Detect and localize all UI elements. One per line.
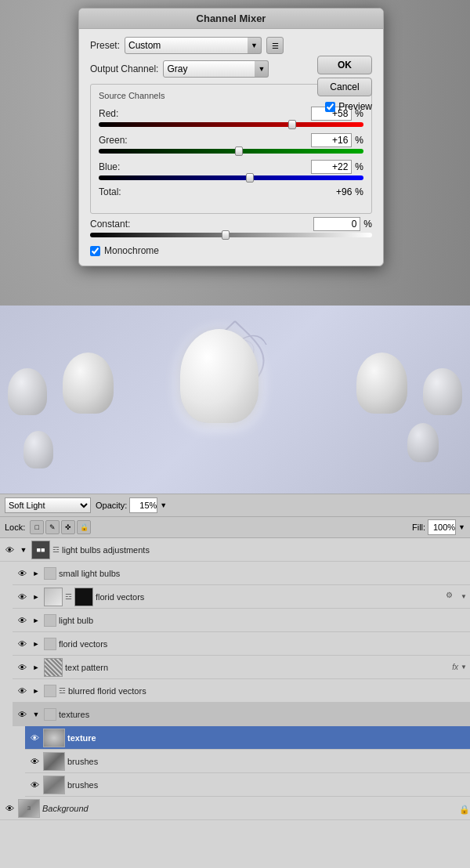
preset-select[interactable]: Custom xyxy=(125,37,250,54)
layer-thumb-3b xyxy=(74,588,93,606)
eye-icon-6[interactable]: 👁 xyxy=(16,661,28,674)
layer-row-brushes-2[interactable]: 👁 brushes xyxy=(25,773,470,797)
layer-name-3: florid vectors xyxy=(96,592,443,602)
bulb-bottom-right xyxy=(407,423,439,462)
expand-icon-7[interactable]: ► xyxy=(31,685,42,696)
monochrome-label: Monochrome xyxy=(104,245,159,256)
layer-name-5: florid vectors xyxy=(59,639,467,649)
layer-row-light-bulbs-adjustments[interactable]: 👁 ▼ ■■ ☲ light bulbs adjustments xyxy=(0,538,470,562)
fx-badge-6: fx xyxy=(452,663,458,671)
constant-slider-track[interactable] xyxy=(90,233,372,237)
eye-icon-1[interactable]: 👁 xyxy=(3,544,16,556)
output-channel-select[interactable]: Gray xyxy=(163,60,257,78)
green-slider-thumb[interactable] xyxy=(235,146,243,156)
blue-slider-track[interactable] xyxy=(99,175,363,180)
chain-icon-7: ☲ xyxy=(59,686,66,695)
opacity-input[interactable] xyxy=(129,497,157,513)
layer-thumb-3a xyxy=(44,588,63,606)
preview-label: Preview xyxy=(338,101,372,112)
layer-row-textures[interactable]: 👁 ▼ textures xyxy=(13,703,470,726)
eye-icon-12[interactable]: 👁 xyxy=(3,802,16,815)
lock-position-button[interactable]: ✜ xyxy=(61,520,75,534)
constant-slider-thumb[interactable] xyxy=(222,230,230,240)
constant-pct: % xyxy=(363,219,372,230)
preview-checkbox[interactable] xyxy=(325,102,335,112)
blue-label: Blue: xyxy=(99,161,120,172)
layer-arrow-6[interactable]: ▼ xyxy=(461,664,467,671)
layer-row-florid-vectors-2[interactable]: 👁 ► florid vectors xyxy=(13,632,470,656)
lock-pixels-button[interactable]: ✎ xyxy=(45,520,60,534)
layer-name-4: light bulb xyxy=(59,616,467,625)
output-channel-arrow-icon[interactable]: ▼ xyxy=(255,60,269,78)
red-slider-track[interactable] xyxy=(99,122,363,127)
monochrome-checkbox[interactable] xyxy=(90,246,100,256)
layer-name-2: small light bulbs xyxy=(59,569,467,578)
blue-value-box[interactable]: +22 xyxy=(311,160,352,174)
layers-panel: Soft Light Opacity: ▼ Lock: □ ✎ ✜ 🔒 Fill… xyxy=(0,494,470,868)
canvas-preview xyxy=(0,306,470,494)
lock-icons-group: □ ✎ ✜ 🔒 xyxy=(30,520,91,534)
eye-icon-7[interactable]: 👁 xyxy=(16,685,28,697)
expand-icon-1[interactable]: ▼ xyxy=(18,544,29,555)
eye-icon-10[interactable]: 👁 xyxy=(28,755,41,768)
layer-options-3[interactable]: ⚙ xyxy=(446,591,458,603)
opacity-box: Opacity: ▼ xyxy=(96,497,167,513)
red-channel-row: Red: +58 % xyxy=(99,107,363,127)
fill-arrow-icon[interactable]: ▼ xyxy=(458,523,465,531)
layer-arrow-3[interactable]: ▼ xyxy=(461,593,467,600)
lock-transparent-button[interactable]: □ xyxy=(30,520,44,534)
expand-icon-6[interactable]: ► xyxy=(31,662,42,673)
layer-row-small-light-bulbs[interactable]: 👁 ► small light bulbs xyxy=(13,562,470,585)
preset-arrow-icon[interactable]: ▼ xyxy=(248,37,262,54)
eye-icon-2[interactable]: 👁 xyxy=(16,567,28,580)
center-bulb xyxy=(180,329,258,423)
green-value-box[interactable]: +16 xyxy=(311,133,352,147)
layer-row-brushes-1[interactable]: 👁 brushes xyxy=(25,750,470,773)
eye-icon-9[interactable]: 👁 xyxy=(28,732,41,744)
preset-options-button[interactable]: ☰ xyxy=(266,37,284,54)
layer-row-text-pattern[interactable]: 👁 ► text pattern fx ▼ xyxy=(13,656,470,679)
layer-thumb-12: 3 xyxy=(18,799,40,818)
layer-row-florid-vectors-1[interactable]: 👁 ► ☲ florid vectors ⚙ ▼ xyxy=(13,585,470,609)
opacity-arrow-icon[interactable]: ▼ xyxy=(160,501,167,509)
expand-icon-8[interactable]: ▼ xyxy=(31,709,42,720)
constant-row: Constant: 0 % xyxy=(90,217,372,237)
blue-slider-thumb[interactable] xyxy=(246,173,254,183)
blend-mode-select[interactable]: Soft Light xyxy=(5,497,91,513)
green-slider-track[interactable] xyxy=(99,149,363,154)
fill-label: Fill: xyxy=(412,523,425,532)
red-slider-thumb[interactable] xyxy=(288,120,296,129)
eye-icon-4[interactable]: 👁 xyxy=(16,614,28,627)
eye-icon-3[interactable]: 👁 xyxy=(16,591,28,603)
bulb-left xyxy=(63,353,114,414)
layer-row-light-bulb[interactable]: 👁 ► light bulb xyxy=(13,609,470,632)
layer-thumb-5 xyxy=(44,638,56,650)
layer-row-background[interactable]: 👁 3 Background 🔒 xyxy=(0,797,470,820)
chain-icon-3: ☲ xyxy=(65,592,72,601)
layer-row-blurred-florid-vectors[interactable]: 👁 ► ☲ blurred florid vectors xyxy=(13,679,470,703)
fill-input[interactable] xyxy=(428,519,456,535)
expand-icon-3[interactable]: ► xyxy=(31,591,42,602)
preview-row: Preview xyxy=(325,101,372,112)
layer-name-9: texture xyxy=(67,733,467,743)
cancel-button[interactable]: Cancel xyxy=(317,78,372,96)
layer-row-texture[interactable]: 👁 texture xyxy=(25,726,470,750)
expand-icon-5[interactable]: ► xyxy=(31,638,42,649)
constant-value-box[interactable]: 0 xyxy=(313,217,360,231)
dialog-title-text: Channel Mixer xyxy=(197,13,266,24)
lock-label: Lock: xyxy=(5,523,25,532)
lock-all-button[interactable]: 🔒 xyxy=(77,520,91,534)
bulb-far-right xyxy=(423,368,462,415)
blue-pct: % xyxy=(355,161,363,172)
green-channel-row: Green: +16 % xyxy=(99,133,363,154)
eye-icon-11[interactable]: 👁 xyxy=(28,779,41,791)
layers-toolbar-blend: Soft Light Opacity: ▼ xyxy=(0,494,470,517)
expand-icon-4[interactable]: ► xyxy=(31,615,42,626)
eye-icon-8[interactable]: 👁 xyxy=(16,708,28,721)
layer-name-1: light bulbs adjustments xyxy=(62,545,467,555)
ok-button[interactable]: OK xyxy=(317,56,372,74)
monochrome-row: Monochrome xyxy=(90,245,372,256)
eye-icon-5[interactable]: 👁 xyxy=(16,638,28,650)
expand-icon-2[interactable]: ► xyxy=(31,568,42,579)
layer-thumb-7 xyxy=(44,685,56,697)
